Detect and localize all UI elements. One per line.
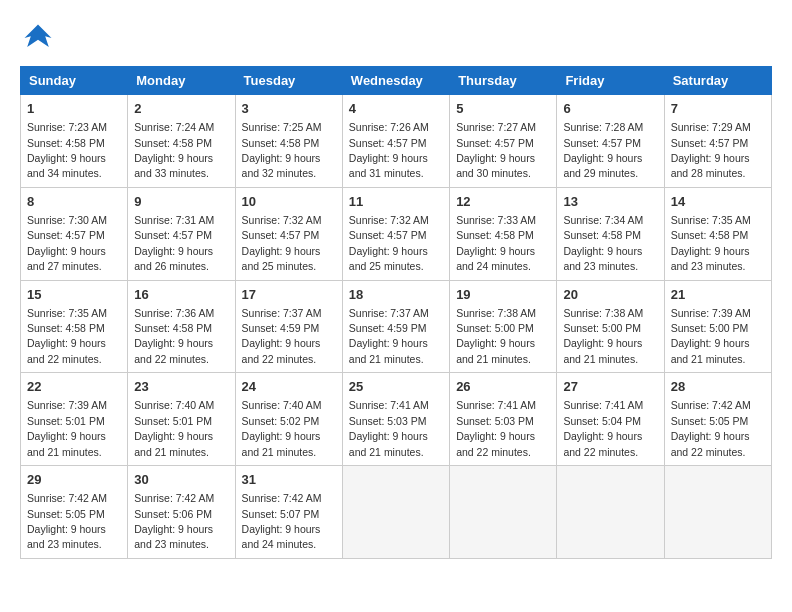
day-number: 2: [134, 100, 228, 118]
column-header-friday: Friday: [557, 67, 664, 95]
calendar-cell: 19 Sunrise: 7:38 AMSunset: 5:00 PMDaylig…: [450, 280, 557, 373]
calendar-body: 1 Sunrise: 7:23 AMSunset: 4:58 PMDayligh…: [21, 95, 772, 559]
calendar-cell: 5 Sunrise: 7:27 AMSunset: 4:57 PMDayligh…: [450, 95, 557, 188]
day-info: Sunrise: 7:34 AMSunset: 4:58 PMDaylight:…: [563, 214, 643, 272]
day-info: Sunrise: 7:41 AMSunset: 5:03 PMDaylight:…: [349, 399, 429, 457]
day-info: Sunrise: 7:42 AMSunset: 5:05 PMDaylight:…: [671, 399, 751, 457]
day-info: Sunrise: 7:31 AMSunset: 4:57 PMDaylight:…: [134, 214, 214, 272]
column-header-wednesday: Wednesday: [342, 67, 449, 95]
calendar-cell: 13 Sunrise: 7:34 AMSunset: 4:58 PMDaylig…: [557, 187, 664, 280]
calendar-cell: 22 Sunrise: 7:39 AMSunset: 5:01 PMDaylig…: [21, 373, 128, 466]
day-number: 16: [134, 286, 228, 304]
logo-icon: [20, 20, 56, 56]
day-info: Sunrise: 7:40 AMSunset: 5:02 PMDaylight:…: [242, 399, 322, 457]
calendar-header: SundayMondayTuesdayWednesdayThursdayFrid…: [21, 67, 772, 95]
calendar-cell: 20 Sunrise: 7:38 AMSunset: 5:00 PMDaylig…: [557, 280, 664, 373]
day-number: 3: [242, 100, 336, 118]
day-info: Sunrise: 7:32 AMSunset: 4:57 PMDaylight:…: [242, 214, 322, 272]
calendar-cell: 24 Sunrise: 7:40 AMSunset: 5:02 PMDaylig…: [235, 373, 342, 466]
day-number: 4: [349, 100, 443, 118]
calendar-cell: 25 Sunrise: 7:41 AMSunset: 5:03 PMDaylig…: [342, 373, 449, 466]
day-number: 18: [349, 286, 443, 304]
day-number: 28: [671, 378, 765, 396]
day-number: 21: [671, 286, 765, 304]
day-info: Sunrise: 7:35 AMSunset: 4:58 PMDaylight:…: [671, 214, 751, 272]
day-number: 8: [27, 193, 121, 211]
column-header-monday: Monday: [128, 67, 235, 95]
calendar-cell: 15 Sunrise: 7:35 AMSunset: 4:58 PMDaylig…: [21, 280, 128, 373]
day-info: Sunrise: 7:37 AMSunset: 4:59 PMDaylight:…: [242, 307, 322, 365]
day-number: 7: [671, 100, 765, 118]
calendar-cell: 21 Sunrise: 7:39 AMSunset: 5:00 PMDaylig…: [664, 280, 771, 373]
day-info: Sunrise: 7:35 AMSunset: 4:58 PMDaylight:…: [27, 307, 107, 365]
day-info: Sunrise: 7:42 AMSunset: 5:07 PMDaylight:…: [242, 492, 322, 550]
day-number: 23: [134, 378, 228, 396]
day-number: 26: [456, 378, 550, 396]
svg-marker-0: [25, 25, 52, 48]
day-number: 27: [563, 378, 657, 396]
day-number: 11: [349, 193, 443, 211]
day-number: 31: [242, 471, 336, 489]
column-header-thursday: Thursday: [450, 67, 557, 95]
calendar-cell: 27 Sunrise: 7:41 AMSunset: 5:04 PMDaylig…: [557, 373, 664, 466]
day-info: Sunrise: 7:41 AMSunset: 5:03 PMDaylight:…: [456, 399, 536, 457]
calendar-cell: 11 Sunrise: 7:32 AMSunset: 4:57 PMDaylig…: [342, 187, 449, 280]
calendar-cell: 3 Sunrise: 7:25 AMSunset: 4:58 PMDayligh…: [235, 95, 342, 188]
column-header-sunday: Sunday: [21, 67, 128, 95]
calendar-cell: 30 Sunrise: 7:42 AMSunset: 5:06 PMDaylig…: [128, 466, 235, 559]
week-row-1: 1 Sunrise: 7:23 AMSunset: 4:58 PMDayligh…: [21, 95, 772, 188]
calendar-cell: 10 Sunrise: 7:32 AMSunset: 4:57 PMDaylig…: [235, 187, 342, 280]
calendar-cell: 28 Sunrise: 7:42 AMSunset: 5:05 PMDaylig…: [664, 373, 771, 466]
calendar-cell: 12 Sunrise: 7:33 AMSunset: 4:58 PMDaylig…: [450, 187, 557, 280]
day-info: Sunrise: 7:36 AMSunset: 4:58 PMDaylight:…: [134, 307, 214, 365]
day-number: 9: [134, 193, 228, 211]
day-number: 5: [456, 100, 550, 118]
day-number: 30: [134, 471, 228, 489]
calendar-cell: 4 Sunrise: 7:26 AMSunset: 4:57 PMDayligh…: [342, 95, 449, 188]
calendar-cell: [557, 466, 664, 559]
calendar-cell: 18 Sunrise: 7:37 AMSunset: 4:59 PMDaylig…: [342, 280, 449, 373]
week-row-5: 29 Sunrise: 7:42 AMSunset: 5:05 PMDaylig…: [21, 466, 772, 559]
calendar-cell: [450, 466, 557, 559]
day-info: Sunrise: 7:41 AMSunset: 5:04 PMDaylight:…: [563, 399, 643, 457]
day-info: Sunrise: 7:30 AMSunset: 4:57 PMDaylight:…: [27, 214, 107, 272]
calendar-cell: [664, 466, 771, 559]
day-number: 14: [671, 193, 765, 211]
day-info: Sunrise: 7:39 AMSunset: 5:01 PMDaylight:…: [27, 399, 107, 457]
calendar-cell: 16 Sunrise: 7:36 AMSunset: 4:58 PMDaylig…: [128, 280, 235, 373]
day-info: Sunrise: 7:28 AMSunset: 4:57 PMDaylight:…: [563, 121, 643, 179]
column-header-tuesday: Tuesday: [235, 67, 342, 95]
day-info: Sunrise: 7:42 AMSunset: 5:06 PMDaylight:…: [134, 492, 214, 550]
day-info: Sunrise: 7:33 AMSunset: 4:58 PMDaylight:…: [456, 214, 536, 272]
day-info: Sunrise: 7:38 AMSunset: 5:00 PMDaylight:…: [456, 307, 536, 365]
calendar-cell: 14 Sunrise: 7:35 AMSunset: 4:58 PMDaylig…: [664, 187, 771, 280]
day-info: Sunrise: 7:39 AMSunset: 5:00 PMDaylight:…: [671, 307, 751, 365]
day-number: 10: [242, 193, 336, 211]
calendar-cell: 1 Sunrise: 7:23 AMSunset: 4:58 PMDayligh…: [21, 95, 128, 188]
calendar-cell: 7 Sunrise: 7:29 AMSunset: 4:57 PMDayligh…: [664, 95, 771, 188]
day-info: Sunrise: 7:26 AMSunset: 4:57 PMDaylight:…: [349, 121, 429, 179]
calendar-cell: 29 Sunrise: 7:42 AMSunset: 5:05 PMDaylig…: [21, 466, 128, 559]
day-info: Sunrise: 7:25 AMSunset: 4:58 PMDaylight:…: [242, 121, 322, 179]
day-number: 24: [242, 378, 336, 396]
day-info: Sunrise: 7:32 AMSunset: 4:57 PMDaylight:…: [349, 214, 429, 272]
week-row-4: 22 Sunrise: 7:39 AMSunset: 5:01 PMDaylig…: [21, 373, 772, 466]
day-number: 15: [27, 286, 121, 304]
day-info: Sunrise: 7:40 AMSunset: 5:01 PMDaylight:…: [134, 399, 214, 457]
column-header-saturday: Saturday: [664, 67, 771, 95]
day-number: 19: [456, 286, 550, 304]
day-number: 25: [349, 378, 443, 396]
day-info: Sunrise: 7:37 AMSunset: 4:59 PMDaylight:…: [349, 307, 429, 365]
calendar-cell: [342, 466, 449, 559]
week-row-3: 15 Sunrise: 7:35 AMSunset: 4:58 PMDaylig…: [21, 280, 772, 373]
day-info: Sunrise: 7:38 AMSunset: 5:00 PMDaylight:…: [563, 307, 643, 365]
calendar-cell: 26 Sunrise: 7:41 AMSunset: 5:03 PMDaylig…: [450, 373, 557, 466]
calendar-cell: 23 Sunrise: 7:40 AMSunset: 5:01 PMDaylig…: [128, 373, 235, 466]
calendar-cell: 17 Sunrise: 7:37 AMSunset: 4:59 PMDaylig…: [235, 280, 342, 373]
calendar-table: SundayMondayTuesdayWednesdayThursdayFrid…: [20, 66, 772, 559]
day-number: 13: [563, 193, 657, 211]
day-number: 12: [456, 193, 550, 211]
calendar-cell: 31 Sunrise: 7:42 AMSunset: 5:07 PMDaylig…: [235, 466, 342, 559]
day-number: 22: [27, 378, 121, 396]
header: [20, 20, 772, 56]
